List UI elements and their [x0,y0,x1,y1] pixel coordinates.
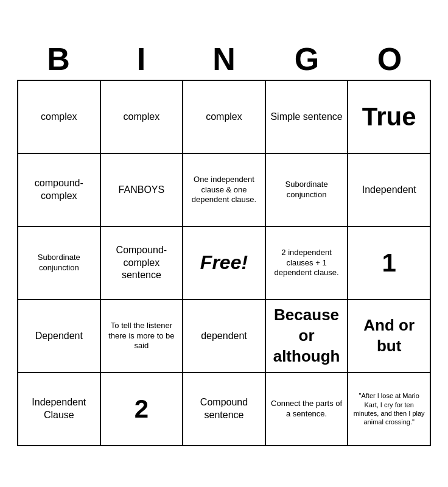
cell-r4-c2: Compound sentence [183,373,265,446]
letter-o: O [350,41,429,77]
cell-r3-c1: To tell the listener there is more to be… [100,300,183,373]
cell-r2-c2: Free! [183,226,265,300]
cell-r3-c2: dependent [183,300,265,373]
letter-g: G [267,41,346,77]
bingo-card: B I N G O complexcomplexcomplexSimple se… [11,35,437,452]
cell-r0-c3: Simple sentence [265,80,348,153]
cell-r2-c0: Subordinate conjunction [18,226,100,300]
cell-r4-c3: Connect the parts of a sentence. [265,373,348,446]
cell-r2-c4: 1 [348,226,430,300]
letter-b: B [19,41,98,77]
cell-r1-c1: FANBOYS [100,153,183,226]
cell-r1-c2: One independent clause & one dependent c… [183,153,265,226]
cell-r1-c0: compound-complex [18,153,100,226]
cell-r0-c1: complex [100,80,183,153]
cell-r4-c0: Independent Clause [18,373,100,446]
bingo-header: B I N G O [17,41,431,77]
cell-r0-c2: complex [183,80,265,153]
cell-r3-c0: Dependent [18,300,100,373]
cell-r1-c3: Subordinate conjunction [265,153,348,226]
cell-r0-c4: True [348,80,430,153]
cell-r1-c4: Independent [348,153,430,226]
cell-r3-c3: Because or although [265,300,348,373]
bingo-grid: complexcomplexcomplexSimple sentenceTrue… [17,80,431,446]
cell-r3-c4: And or but [348,300,430,373]
cell-r4-c1: 2 [100,373,183,446]
cell-r2-c1: Compound-complex sentence [100,226,183,300]
cell-r0-c0: complex [18,80,100,153]
letter-n: N [184,41,264,77]
cell-r4-c4: "After I lose at Mario Kart, I cry for t… [348,373,430,446]
cell-r2-c3: 2 independent clauses + 1 dependent clau… [265,226,348,300]
letter-i: I [102,41,181,77]
